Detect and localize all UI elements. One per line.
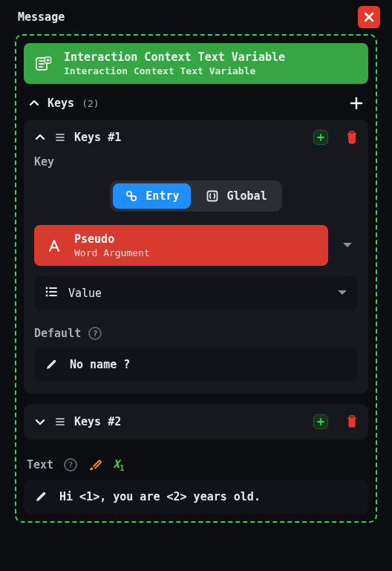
drag-handle-icon[interactable] xyxy=(55,132,65,143)
chevron-up-icon xyxy=(34,131,46,143)
toggle-entry[interactable]: Entry xyxy=(113,183,191,209)
plus-icon xyxy=(317,418,324,425)
chevron-up-icon xyxy=(28,97,40,109)
trash-icon xyxy=(346,131,358,144)
key1-value-selector[interactable]: Value xyxy=(34,276,358,310)
add-key-button[interactable] xyxy=(349,96,364,111)
svg-point-4 xyxy=(131,196,136,200)
svg-point-6 xyxy=(46,287,48,290)
pencil-icon xyxy=(34,490,48,503)
key-block-1: Keys #1 Key Entry xyxy=(24,120,368,394)
context-variable-icon xyxy=(33,53,53,74)
keys-collapse-toggle[interactable] xyxy=(28,97,40,109)
caret-down-icon xyxy=(342,242,353,249)
text-section-label: Text xyxy=(27,458,53,472)
letter-a-icon xyxy=(45,238,64,253)
key-block-2: Keys #2 xyxy=(24,404,368,440)
key1-argument-dropdown[interactable] xyxy=(337,235,358,256)
key1-collapse-toggle[interactable] xyxy=(34,131,46,143)
drag-handle-icon[interactable] xyxy=(55,417,65,427)
context-banner[interactable]: Interaction Context Text Variable Intera… xyxy=(24,43,368,84)
default-value-text: No name ? xyxy=(70,358,130,371)
entry-icon xyxy=(125,189,138,203)
pencil-icon xyxy=(45,358,58,371)
brush-icon xyxy=(88,457,102,472)
svg-rect-9 xyxy=(349,418,356,428)
selector-subtitle: Word Argument xyxy=(74,247,150,258)
format-brush-button[interactable] xyxy=(88,457,102,472)
plus-icon xyxy=(349,96,364,111)
default-label: Default xyxy=(34,327,81,340)
selector-title: Pseudo xyxy=(74,232,150,246)
help-icon[interactable]: ? xyxy=(64,458,77,472)
key1-argument-selector[interactable]: Pseudo Word Argument xyxy=(34,225,328,266)
value-label: Value xyxy=(68,287,102,300)
chevron-down-icon xyxy=(34,416,46,428)
keys-section-title: Keys xyxy=(48,97,74,110)
key2-delete-button[interactable] xyxy=(346,415,358,428)
banner-title: Interaction Context Text Variable xyxy=(64,50,285,64)
svg-rect-5 xyxy=(208,192,218,201)
key1-title: Keys #1 xyxy=(74,131,121,144)
help-icon[interactable]: ? xyxy=(88,327,102,340)
trash-icon xyxy=(346,415,358,428)
close-icon xyxy=(364,12,374,22)
default-value-input[interactable]: No name ? xyxy=(34,348,358,382)
svg-point-7 xyxy=(46,291,48,293)
key-scope-toggle: Entry Global xyxy=(110,180,281,212)
key2-add-mini-button[interactable] xyxy=(313,414,328,429)
svg-point-3 xyxy=(127,192,131,196)
caret-down-icon xyxy=(337,290,347,297)
key-label: Key xyxy=(34,155,358,169)
close-button[interactable] xyxy=(358,6,380,28)
key1-add-mini-button[interactable] xyxy=(313,130,328,145)
key2-collapse-toggle[interactable] xyxy=(34,416,46,428)
list-icon xyxy=(45,285,58,301)
value-dropdown-caret xyxy=(337,290,347,297)
toggle-global[interactable]: Global xyxy=(194,183,278,209)
text-value-input[interactable]: Hi <1>, you are <2> years old. xyxy=(24,480,368,514)
keys-count: (2) xyxy=(82,98,99,109)
key2-title: Keys #2 xyxy=(74,415,121,428)
page-title: Message xyxy=(18,10,65,24)
plus-icon xyxy=(317,134,324,141)
global-icon xyxy=(206,189,219,203)
toggle-entry-label: Entry xyxy=(146,189,179,203)
svg-rect-2 xyxy=(349,134,356,143)
toggle-global-label: Global xyxy=(226,189,267,203)
text-value-content: Hi <1>, you are <2> years old. xyxy=(59,490,261,503)
message-frame: Interaction Context Text Variable Intera… xyxy=(15,34,377,523)
key1-delete-button[interactable] xyxy=(346,131,358,144)
svg-point-8 xyxy=(46,295,48,297)
insert-variable-button[interactable]: X1 xyxy=(113,457,124,472)
banner-subtitle: Interaction Context Text Variable xyxy=(64,65,285,76)
